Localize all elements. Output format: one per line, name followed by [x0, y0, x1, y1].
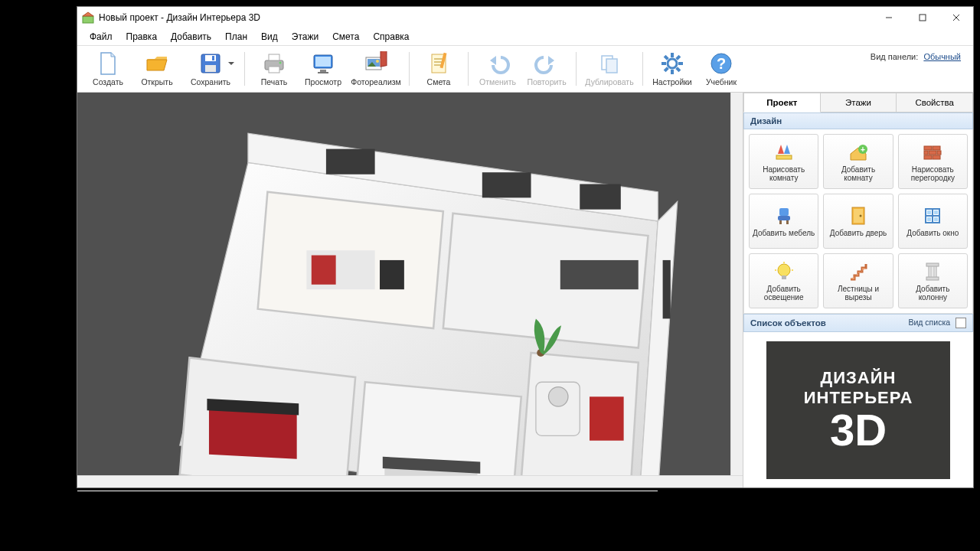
menu-edit[interactable]: Правка — [120, 30, 164, 44]
tutorial-button[interactable]: ? Учебник — [698, 49, 744, 89]
brick-wall-icon — [922, 142, 943, 163]
add-light-button[interactable]: Добавить освещение — [749, 253, 818, 308]
estimate-button[interactable]: Смета — [416, 49, 462, 89]
svg-rect-77 — [929, 151, 936, 155]
settings-button[interactable]: Настройки — [649, 49, 695, 89]
tab-floors[interactable]: Этажи — [821, 93, 897, 112]
save-button[interactable]: Сохранить — [183, 49, 238, 89]
menu-add[interactable]: Добавить — [165, 30, 217, 44]
svg-rect-23 — [381, 51, 387, 67]
side-panel: Проект Этажи Свойства Дизайн Нарисовать … — [743, 93, 973, 487]
tab-project[interactable]: Проект — [743, 93, 821, 112]
svg-rect-16 — [315, 57, 331, 67]
svg-rect-81 — [779, 208, 789, 216]
folder-open-icon — [145, 51, 169, 76]
undo-button[interactable]: Отменить — [475, 49, 521, 89]
svg-rect-0 — [83, 16, 93, 23]
svg-marker-69 — [778, 145, 784, 154]
svg-rect-17 — [320, 70, 326, 72]
svg-rect-94 — [934, 217, 938, 221]
menu-file[interactable]: Файл — [83, 30, 119, 44]
svg-marker-70 — [784, 145, 790, 154]
help-icon: ? — [709, 51, 733, 76]
svg-point-22 — [376, 60, 379, 63]
svg-rect-8 — [205, 65, 216, 72]
svg-rect-36 — [662, 62, 666, 65]
svg-text:+: + — [861, 145, 865, 154]
menu-plan[interactable]: План — [219, 30, 253, 44]
svg-rect-80 — [933, 155, 940, 159]
close-button[interactable] — [939, 7, 973, 28]
svg-rect-57 — [311, 256, 335, 285]
menu-help[interactable]: Справка — [367, 30, 415, 44]
svg-rect-66 — [580, 184, 621, 210]
maximize-button[interactable] — [906, 7, 939, 28]
window-icon — [922, 205, 943, 227]
design-section-header: Дизайн — [743, 112, 973, 129]
svg-point-33 — [668, 59, 677, 68]
svg-marker-10 — [228, 62, 234, 65]
create-button[interactable]: Создать — [85, 49, 131, 89]
add-door-button[interactable]: Добавить дверь — [823, 194, 893, 249]
stairs-icon — [848, 261, 869, 282]
menu-estimate[interactable]: Смета — [326, 30, 365, 44]
print-button[interactable]: Печать — [251, 49, 297, 89]
menu-view[interactable]: Вид — [255, 30, 284, 44]
redo-icon — [534, 51, 559, 76]
svg-rect-79 — [924, 155, 932, 159]
svg-rect-64 — [325, 149, 374, 174]
horizontal-scrollbar[interactable] — [77, 475, 743, 487]
preview-button[interactable]: Просмотр — [300, 49, 346, 89]
menu-floors[interactable]: Этажи — [286, 30, 325, 44]
redo-button[interactable]: Повторить — [524, 49, 570, 89]
add-furniture-button[interactable]: Добавить мебель — [749, 194, 818, 249]
duplicate-button[interactable]: Дублировать — [583, 49, 636, 89]
stairs-button[interactable]: Лестницы и вырезы — [823, 253, 893, 308]
svg-rect-68 — [776, 155, 792, 159]
vertical-scrollbar[interactable] — [730, 93, 743, 475]
chair-icon — [773, 205, 795, 227]
add-room-button[interactable]: + Добавить комнату — [823, 134, 893, 189]
add-column-button[interactable]: Добавить колонну — [898, 253, 968, 308]
svg-rect-58 — [380, 260, 404, 289]
svg-rect-96 — [782, 276, 786, 279]
draw-wall-button[interactable]: Нарисовать перегородку — [898, 134, 968, 189]
svg-point-95 — [778, 264, 790, 276]
duplicate-icon — [597, 51, 622, 76]
svg-marker-1 — [83, 12, 93, 16]
app-icon — [82, 11, 94, 24]
svg-rect-34 — [671, 53, 674, 57]
svg-rect-62 — [590, 397, 624, 441]
svg-rect-102 — [926, 277, 939, 280]
svg-rect-65 — [482, 173, 531, 198]
svg-rect-101 — [926, 263, 939, 266]
floorplan-render — [131, 104, 717, 487]
save-icon — [198, 51, 223, 76]
add-window-button[interactable]: Добавить окно — [898, 194, 968, 249]
svg-rect-82 — [778, 216, 790, 220]
svg-text:?: ? — [717, 55, 726, 72]
photorealism-icon — [364, 51, 388, 76]
draw-room-button[interactable]: Нарисовать комнату — [749, 134, 818, 189]
objects-section-header: Список объектов Вид списка — [743, 314, 973, 332]
tab-properties[interactable]: Свойства — [897, 93, 973, 112]
svg-rect-84 — [786, 220, 789, 224]
svg-rect-74 — [924, 146, 932, 150]
photoreal-button[interactable]: Фотореализм — [349, 49, 403, 89]
minimize-button[interactable] — [872, 7, 906, 28]
svg-rect-91 — [927, 210, 931, 214]
chevron-down-icon[interactable] — [228, 60, 234, 67]
svg-rect-67 — [662, 260, 670, 318]
pencil-ruler-icon — [773, 142, 795, 163]
panel-type-link[interactable]: Обычный — [923, 52, 961, 61]
add-room-icon: + — [848, 142, 869, 163]
open-button[interactable]: Открыть — [134, 49, 180, 89]
viewport-3d[interactable] — [77, 93, 743, 487]
svg-rect-93 — [927, 217, 931, 221]
lightbulb-icon — [773, 261, 795, 282]
svg-rect-13 — [269, 67, 279, 73]
window-title: Новый проект - Дизайн Интерьера 3D — [99, 12, 260, 23]
list-view-icon[interactable] — [956, 318, 966, 328]
door-icon — [848, 205, 869, 227]
toolbar: Создать Открыть Сохранить Печать Просмот… — [77, 45, 973, 93]
